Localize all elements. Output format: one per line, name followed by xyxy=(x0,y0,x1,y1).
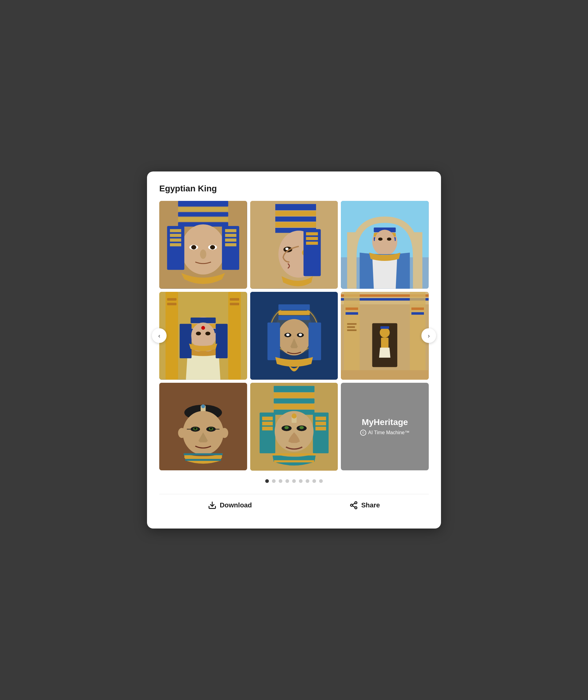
svg-point-135 xyxy=(284,426,288,429)
svg-rect-122 xyxy=(273,404,314,409)
svg-rect-53 xyxy=(230,303,239,305)
svg-rect-17 xyxy=(222,226,239,270)
svg-rect-98 xyxy=(347,329,357,331)
share-icon xyxy=(349,501,358,510)
svg-point-63 xyxy=(196,332,201,335)
gallery-item[interactable] xyxy=(159,201,247,289)
svg-point-110 xyxy=(194,427,196,429)
svg-rect-38 xyxy=(347,232,357,289)
dots-container xyxy=(159,479,429,483)
svg-rect-12 xyxy=(167,226,184,270)
dot-9[interactable] xyxy=(319,479,323,483)
svg-rect-139 xyxy=(272,453,316,455)
dot-5[interactable] xyxy=(292,479,296,483)
svg-rect-24 xyxy=(275,211,316,216)
svg-rect-50 xyxy=(167,298,177,301)
svg-point-8 xyxy=(191,245,196,250)
share-button[interactable]: Share xyxy=(337,497,392,513)
svg-rect-23 xyxy=(275,204,316,210)
svg-rect-13 xyxy=(170,229,181,232)
prev-arrow[interactable]: ‹ xyxy=(152,328,167,343)
svg-point-74 xyxy=(278,319,310,356)
svg-point-77 xyxy=(286,333,289,336)
svg-rect-119 xyxy=(273,386,314,392)
svg-line-146 xyxy=(352,506,355,507)
svg-rect-15 xyxy=(170,239,181,242)
dot-8[interactable] xyxy=(312,479,316,483)
svg-point-64 xyxy=(205,332,210,335)
svg-point-92 xyxy=(380,328,390,338)
dot-1[interactable] xyxy=(265,479,269,483)
svg-rect-126 xyxy=(262,422,273,425)
svg-rect-115 xyxy=(184,456,222,458)
svg-rect-87 xyxy=(346,307,358,310)
gallery-item[interactable] xyxy=(250,201,338,289)
svg-rect-26 xyxy=(275,222,316,227)
svg-rect-79 xyxy=(267,322,280,360)
svg-rect-141 xyxy=(274,460,314,462)
next-arrow[interactable]: › xyxy=(421,328,436,343)
card-title: Egyptian King xyxy=(159,184,429,194)
svg-rect-14 xyxy=(170,234,181,237)
svg-point-111 xyxy=(210,427,212,429)
svg-rect-60 xyxy=(180,324,192,359)
svg-rect-97 xyxy=(347,326,355,328)
svg-rect-51 xyxy=(167,303,177,305)
svg-point-46 xyxy=(387,238,391,241)
svg-rect-85 xyxy=(344,292,360,380)
dot-2[interactable] xyxy=(272,479,276,483)
dot-3[interactable] xyxy=(279,479,282,483)
svg-point-30 xyxy=(285,248,288,250)
svg-rect-57 xyxy=(190,318,216,323)
dot-6[interactable] xyxy=(299,479,303,483)
dot-4[interactable] xyxy=(285,479,289,483)
branding-cell: MyHeritage © AI Time Machine™ xyxy=(341,383,429,471)
svg-rect-71 xyxy=(278,304,310,310)
svg-rect-89 xyxy=(412,307,424,310)
gallery-item[interactable] xyxy=(341,201,429,289)
svg-rect-4 xyxy=(178,217,228,222)
svg-rect-61 xyxy=(216,324,228,359)
chevron-left-icon: ‹ xyxy=(158,332,160,339)
svg-line-147 xyxy=(352,503,355,505)
dot-7[interactable] xyxy=(306,479,309,483)
svg-rect-95 xyxy=(341,370,429,380)
svg-rect-120 xyxy=(273,393,314,398)
svg-rect-116 xyxy=(185,459,221,461)
download-button[interactable]: Download xyxy=(196,497,264,513)
svg-rect-25 xyxy=(275,217,316,222)
image-4 xyxy=(159,292,247,380)
svg-rect-114 xyxy=(184,453,223,455)
svg-point-104 xyxy=(178,428,186,438)
svg-rect-39 xyxy=(413,232,423,289)
svg-point-10 xyxy=(210,245,215,250)
svg-point-105 xyxy=(221,428,228,438)
image-5 xyxy=(250,292,338,380)
gallery-item[interactable] xyxy=(250,292,338,380)
image-8 xyxy=(250,383,338,471)
gallery-item[interactable] xyxy=(159,383,247,471)
svg-rect-93 xyxy=(380,326,389,329)
svg-rect-32 xyxy=(303,229,321,277)
svg-rect-34 xyxy=(306,237,318,240)
svg-rect-2 xyxy=(178,207,228,212)
svg-rect-72 xyxy=(278,311,310,315)
svg-rect-21 xyxy=(225,243,236,247)
svg-point-78 xyxy=(299,333,302,336)
branding-title: MyHeritage xyxy=(362,417,408,427)
actions-bar: Download Share xyxy=(159,494,429,513)
gallery-item[interactable] xyxy=(159,292,247,380)
gallery-item[interactable] xyxy=(250,383,338,471)
svg-rect-35 xyxy=(306,242,318,245)
svg-rect-90 xyxy=(412,312,424,315)
svg-point-6 xyxy=(181,224,225,275)
branding-icon: © xyxy=(360,430,366,436)
svg-rect-140 xyxy=(273,457,315,459)
svg-point-138 xyxy=(292,413,296,418)
svg-rect-125 xyxy=(262,416,273,420)
svg-rect-33 xyxy=(306,232,318,235)
main-card: Egyptian King ‹ xyxy=(147,171,441,528)
svg-rect-127 xyxy=(262,427,273,430)
gallery-item[interactable] xyxy=(341,292,429,380)
svg-rect-20 xyxy=(225,239,236,242)
